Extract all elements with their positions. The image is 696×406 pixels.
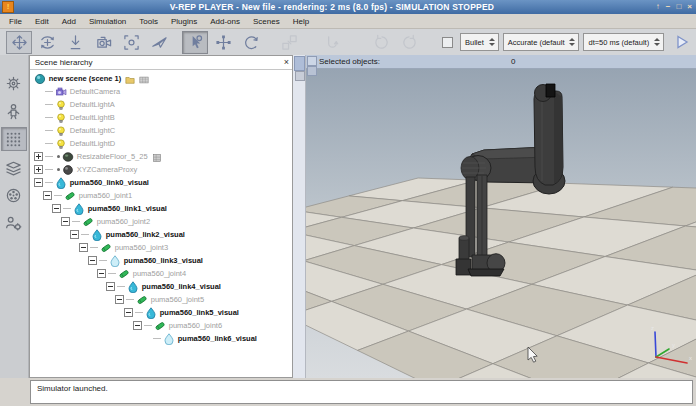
hierarchy-item-defaultlightc[interactable]: DefaultLightC [30,124,292,137]
fit-to-view-button[interactable] [118,31,144,54]
hierarchy-item-puma560-joint1[interactable]: puma560_joint1 [30,189,292,202]
user-settings-button[interactable] [1,211,27,235]
object-rotate-icon [243,34,260,51]
hierarchy-item-puma560-link1-visual[interactable]: puma560_link1_visual [30,202,292,215]
hierarchy-scrollbar[interactable] [293,55,306,378]
robot-top-box [546,84,555,97]
hierarchy-item-puma560-link2-visual[interactable]: puma560_link2_visual [30,228,292,241]
close-button[interactable]: × [687,2,692,12]
item-label: puma560_link1_visual [88,204,167,213]
hierarchy-item-xyzcameraproxy[interactable]: XYZCameraProxy [30,163,292,176]
menu-simulation[interactable]: Simulation [89,17,126,26]
hierarchy-item-resizablefloor-5-25[interactable]: ResizableFloor_5_25 [30,150,292,163]
3d-viewport[interactable]: z y x [306,69,696,378]
close-icon[interactable]: × [284,57,289,68]
layers-button[interactable] [1,155,27,179]
hierarchy-item-puma560-link5-visual[interactable]: puma560_link5_visual [30,306,292,319]
expander-minus-icon[interactable] [97,269,106,278]
expander-minus-icon[interactable] [43,191,52,200]
tree-connector [45,156,53,157]
axis-y-label: y [672,342,675,348]
hierarchy-item-puma560-link3-visual[interactable]: puma560_link3_visual [30,254,292,267]
camera-rotate-button[interactable] [34,31,60,54]
robot-end-block [456,259,471,275]
hierarchy-item-puma560-link0-visual[interactable]: puma560_link0_visual [30,176,292,189]
menu-plugins[interactable]: Plugins [171,17,197,26]
scrollbar-button[interactable] [295,71,305,81]
hierarchy-item-puma560-link4-visual[interactable]: puma560_link4_visual [30,280,292,293]
fly-mode-button[interactable] [146,31,172,54]
window-controls: ↑−□× [650,2,692,12]
hierarchy-item-puma560-joint4[interactable]: puma560_joint4 [30,267,292,280]
item-label: puma560_joint3 [115,243,168,252]
view-mini-button2[interactable] [307,66,317,76]
scene-hierarchy-header: Scene hierarchy × [30,56,292,70]
expander-minus-icon[interactable] [52,204,61,213]
camera-pan-button[interactable] [6,31,32,54]
item-label: puma560_joint5 [151,295,204,304]
object-move-button[interactable] [210,31,236,54]
model-browser-button[interactable] [1,99,27,123]
hierarchy-item-puma560-joint3[interactable]: puma560_joint3 [30,241,292,254]
scrollbar-thumb[interactable] [294,56,305,71]
hierarchy-item-puma560-joint2[interactable]: puma560_joint2 [30,215,292,228]
view-mini-button[interactable] [307,56,317,66]
expander-plus-icon[interactable] [34,152,43,161]
hierarchy-item-puma560-link6-visual[interactable]: puma560_link6_visual [30,332,292,345]
status-message-box[interactable]: Simulator launched. [30,380,693,404]
expander-minus-icon[interactable] [115,295,124,304]
menu-addons[interactable]: Add-ons [210,17,240,26]
menu-file[interactable]: File [9,17,22,26]
hierarchy-item-new-scene-scene-1-[interactable]: new scene (scene 1) [30,72,292,85]
menu-edit[interactable]: Edit [35,17,49,26]
hierarchy-item-defaultlightd[interactable]: DefaultLightD [30,137,292,150]
menu-help[interactable]: Help [293,17,309,26]
scene-hierarchy-toggle-button[interactable] [1,127,27,151]
item-label: puma560_link0_visual [70,178,149,187]
tree-connector [108,273,116,274]
hierarchy-item-defaultcamera[interactable]: DefaultCamera [30,85,292,98]
physics-engine-dropdown[interactable]: Bullet [460,33,499,51]
item-label: puma560_link2_visual [106,230,185,239]
expander-minus-icon[interactable] [106,282,115,291]
play-icon [674,34,690,50]
camera-zoom-button[interactable] [62,31,88,54]
realtime-checkbox[interactable] [442,37,453,48]
expander-minus-icon[interactable] [79,243,88,252]
simulation-settings-button[interactable] [1,71,27,95]
menu-add[interactable]: Add [62,17,76,26]
menu-scenes[interactable]: Scenes [253,17,280,26]
camera-angle-button[interactable] [90,31,116,54]
tree-connector [45,117,53,118]
object-rotate-button[interactable] [238,31,264,54]
expander-minus-icon[interactable] [34,178,43,187]
item-label: puma560_joint1 [79,191,132,200]
timestep-dropdown[interactable]: dt=50 ms (default) [583,33,664,51]
vrep-logo-icon: ! [2,1,14,13]
scene-hierarchy-title: Scene hierarchy [35,58,284,67]
expander-minus-icon[interactable] [124,308,133,317]
object-select-button[interactable] [182,31,208,54]
expander-plus-icon[interactable] [34,165,43,174]
start-simulation-button[interactable] [674,34,690,50]
expander-minus-icon[interactable] [70,230,79,239]
accuracy-dropdown[interactable]: Accurate (default [503,33,580,51]
floordoc-icon [152,152,162,162]
expander-minus-icon[interactable] [61,217,70,226]
video-recorder-button[interactable] [1,183,27,207]
spinner-icon [569,38,575,46]
menu-tools[interactable]: Tools [139,17,158,26]
hierarchy-item-puma560-joint6[interactable]: puma560_joint6 [30,319,292,332]
shade-button[interactable]: ↑ [656,2,660,12]
joint-icon [100,242,112,254]
hierarchy-item-defaultlighta[interactable]: DefaultLightA [30,98,292,111]
expander-minus-icon[interactable] [133,321,142,330]
expander-minus-icon[interactable] [88,256,97,265]
axis-x-label: x [689,355,692,361]
tree-connector [135,312,143,313]
maximize-button[interactable]: □ [676,2,681,12]
hierarchy-item-puma560-joint5[interactable]: puma560_joint5 [30,293,292,306]
minimize-button[interactable]: − [666,2,671,12]
mirror-button [318,31,344,54]
hierarchy-item-defaultlightb[interactable]: DefaultLightB [30,111,292,124]
